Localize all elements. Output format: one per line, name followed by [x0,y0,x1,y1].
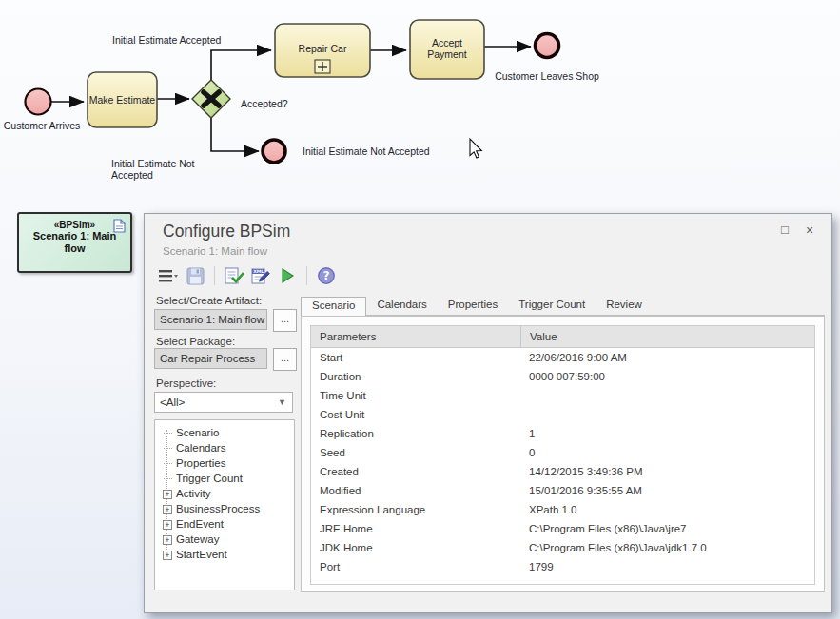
flow-label-accepted: Initial Estimate Accepted [112,34,221,46]
end-event-not-accepted[interactable] [263,140,285,163]
table-row[interactable]: JDK HomeC:\Program Files (x86)\Java\jdk1… [311,538,814,557]
maximize-button[interactable]: □ [776,222,793,239]
table-row[interactable]: Created14/12/2015 3:49:36 PM [311,462,814,481]
column-header-parameters[interactable]: Parameters [311,326,521,347]
table-row[interactable]: Replication1 [311,424,814,443]
tab-trigger-count[interactable]: Trigger Count [508,297,596,315]
table-row[interactable]: Modified15/01/2016 9:35:55 AM [311,481,814,500]
artifact-field[interactable]: Scenario 1: Main flow [154,309,267,330]
expand-icon[interactable]: + [163,551,172,560]
toolbar: XML ? [158,263,337,288]
tree-item-calendars[interactable]: Calendars [155,440,294,455]
artifact-browse-button[interactable]: ... [273,309,297,332]
tree-item-gateway[interactable]: +Gateway [155,532,294,547]
table-row[interactable]: JRE HomeC:\Program Files (x86)\Java\jre7 [311,519,814,538]
document-icon [113,219,126,233]
export-xml-icon[interactable]: XML [250,265,271,286]
tab-properties[interactable]: Properties [438,297,508,315]
close-button[interactable]: × [801,222,818,239]
start-event[interactable] [26,89,51,115]
perspective-dropdown[interactable]: <All> ▼ [154,392,293,413]
table-row[interactable]: Port1799 [311,557,814,576]
table-row[interactable]: Expression LanguageXPath 1.0 [311,500,814,519]
expand-icon[interactable]: + [163,535,172,545]
flow-label-not-accepted-left: Initial Estimate Not Accepted [111,158,199,181]
svg-text:?: ? [323,269,330,282]
toolbar-separator [306,266,307,285]
table-row[interactable]: Duration0000 007:59:00 [311,367,814,386]
flow-label-not-accepted-right: Initial Estimate Not Accepted [303,145,430,157]
task-make-estimate-label: Make Estimate [88,94,157,106]
flow-gateway-to-repair-car[interactable] [211,50,271,80]
task-accept-payment-label: Accept Payment [416,37,479,60]
expand-icon[interactable]: + [163,505,172,514]
table-row[interactable]: Seed0 [311,443,814,462]
perspective-value: <All> [160,397,185,408]
tree-item-endevent[interactable]: +EndEvent [155,516,294,532]
table-row[interactable]: Time Unit [311,386,814,405]
tree-item-activity[interactable]: +Activity [155,486,294,501]
expand-icon[interactable]: + [163,490,172,499]
dialog-subtitle: Scenario 1: Main flow [163,245,267,257]
configure-bpsim-dialog: Configure BPSim □ × Scenario 1: Main flo… [144,213,832,613]
tree-item-trigger-count[interactable]: Trigger Count [155,471,294,486]
parameters-grid: Parameters Value Start22/06/2016 9:00 AM… [310,325,815,585]
flow-gateway-to-not-accepted-end[interactable] [211,118,259,151]
menu-icon[interactable] [158,265,179,286]
expand-icon[interactable]: + [163,520,172,530]
svg-text:XML: XML [253,269,264,274]
task-repair-car-label: Repair Car [275,43,370,54]
package-field[interactable]: Car Repair Process [154,348,267,369]
tree-item-businessprocess[interactable]: +BusinessProcess [155,501,294,516]
tree-item-startevent[interactable]: +StartEvent [155,547,294,562]
tab-review[interactable]: Review [596,297,653,315]
help-icon[interactable]: ? [316,265,337,286]
scenario-panel: Parameters Value Start22/06/2016 9:00 AM… [301,316,825,592]
dialog-title: Configure BPSim [163,222,290,242]
run-simulation-icon[interactable] [277,265,298,286]
bpsim-artifact[interactable]: «BPSim» Scenario 1: Main flow [17,212,132,273]
tab-scenario[interactable]: Scenario [301,297,366,317]
tree-item-scenario[interactable]: Scenario [155,425,294,440]
package-browse-button[interactable]: ... [273,348,297,371]
table-row[interactable]: Cost Unit [311,405,814,424]
tree-item-properties[interactable]: Properties [155,455,294,471]
artifact-field-label: Select/Create Artifact: [156,295,262,306]
tab-calendars[interactable]: Calendars [366,297,437,315]
validate-icon[interactable] [224,265,244,286]
toolbar-separator [214,266,215,285]
end-event-label: Customer Leaves Shop [487,70,607,82]
end-event-customer-leaves[interactable] [536,34,559,58]
gateway-label: Accepted? [241,98,288,109]
chevron-down-icon: ▼ [278,393,286,412]
artifact-name: Scenario 1: Main flow [19,230,130,255]
category-tree: Scenario Calendars Properties Trigger Co… [154,419,295,590]
package-field-label: Select Package: [156,336,235,347]
tab-bar: Scenario Calendars Properties Trigger Co… [301,297,825,316]
save-icon[interactable] [185,265,205,286]
grid-header: Parameters Value [311,326,814,348]
perspective-label: Perspective: [156,377,216,389]
column-header-value[interactable]: Value [521,326,814,347]
table-row[interactable]: Start22/06/2016 9:00 AM [311,348,814,367]
start-event-label: Customer Arrives [0,120,84,131]
desktop: Initial Estimate Accepted Make Estimate … [0,0,840,619]
mouse-cursor [470,139,481,158]
